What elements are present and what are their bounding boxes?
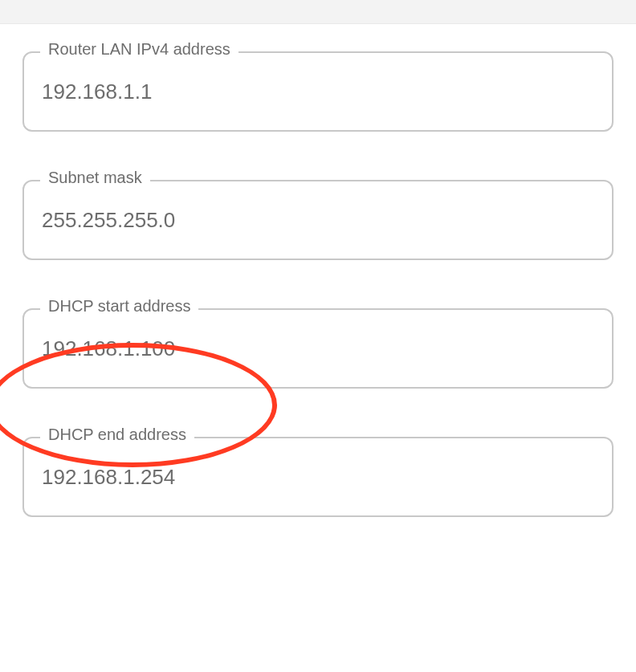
subnet-mask-label: Subnet mask [40,169,150,187]
router-lan-ip-box[interactable] [22,51,614,132]
router-lan-ip-input[interactable] [42,79,612,104]
top-edge-strip [0,0,636,24]
dhcp-end-input[interactable] [42,465,612,490]
subnet-mask-field: Subnet mask [22,180,614,260]
dhcp-start-box[interactable] [22,308,614,389]
dhcp-start-input[interactable] [42,336,612,361]
subnet-mask-input[interactable] [42,208,612,233]
dhcp-end-label: DHCP end address [40,426,194,444]
dhcp-start-field: DHCP start address [22,308,614,389]
dhcp-end-field: DHCP end address [22,437,614,517]
dhcp-end-box[interactable] [22,437,614,517]
dhcp-start-label: DHCP start address [40,297,198,316]
subnet-mask-box[interactable] [22,180,614,260]
lan-settings-panel: Router LAN IPv4 address Subnet mask DHCP… [0,24,636,517]
router-lan-ip-label: Router LAN IPv4 address [40,40,238,59]
router-lan-ip-field: Router LAN IPv4 address [22,51,614,132]
